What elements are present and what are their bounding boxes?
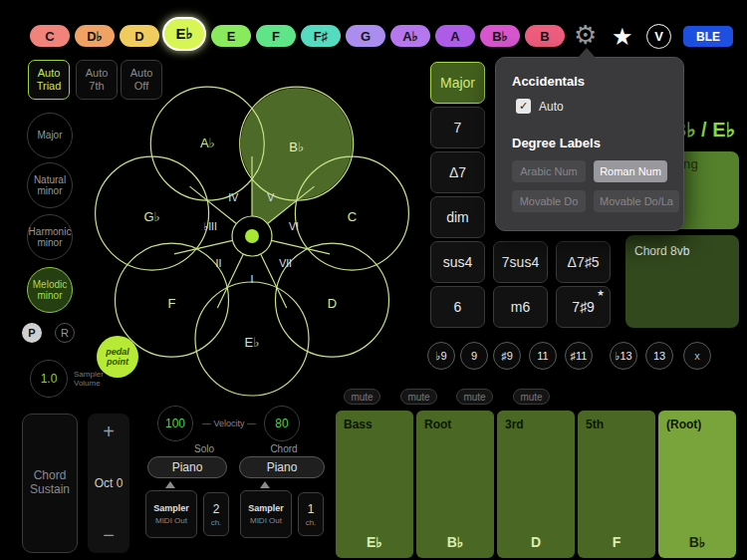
solo-instrument-button[interactable]: Piano <box>147 456 227 478</box>
key-pill-c[interactable]: C <box>30 25 70 47</box>
chord-flower[interactable]: E♭ F G♭ A♭ B♭ C D I II ♭III IV V VI VII <box>90 75 423 409</box>
petal-note-eb: E♭ <box>245 335 260 350</box>
solo-section-label: Solo <box>174 443 234 454</box>
key-pill-d[interactable]: D <box>120 25 159 47</box>
favorite-star-icon: ★ <box>597 288 605 298</box>
solo-midi-line1: Sampler <box>153 503 189 513</box>
octave-stepper[interactable]: + Oct 0 − <box>88 414 129 553</box>
star-icon[interactable]: ★ <box>612 23 633 51</box>
gear-icon[interactable]: ⚙ <box>574 20 597 51</box>
chord-8vb-pad[interactable]: Chord 8vb <box>625 235 739 328</box>
key-pill-fs[interactable]: F♯ <box>301 25 341 47</box>
chord-midi-up-arrow-icon[interactable] <box>260 481 270 488</box>
degree-v: V <box>267 191 274 203</box>
chord-instrument-button[interactable]: Piano <box>239 456 325 478</box>
mute-button-2[interactable]: mute <box>400 389 437 405</box>
tension-clear-button[interactable]: x <box>683 342 711 370</box>
pad-5th[interactable]: 5th F <box>578 411 655 558</box>
petal-note-bb: B♭ <box>289 140 304 154</box>
auto-triad-button[interactable]: Auto Triad <box>28 60 70 100</box>
degree-biii: ♭III <box>203 220 217 232</box>
petal-note-d: D <box>328 296 337 311</box>
chord-type-6[interactable]: 6 <box>430 286 485 328</box>
scale-natural-minor-button[interactable]: Natural minor <box>27 162 73 208</box>
pad-role-label: 5th <box>586 418 604 431</box>
pad-root-high[interactable]: (Root) B♭ <box>658 411 736 558</box>
chord-velocity-knob[interactable]: 80 <box>264 406 300 441</box>
voicing-button[interactable]: V <box>646 24 671 49</box>
tension-b9[interactable]: ♭9 <box>427 342 455 370</box>
degree-option-movable-dola[interactable]: Movable Do/La <box>594 190 679 212</box>
pad-3rd[interactable]: 3rd D <box>497 411 575 558</box>
chord-midi-channel-stepper[interactable]: 1 ch. <box>298 492 324 536</box>
chord-type-7s9-label: 7♯9 <box>572 299 595 315</box>
solo-midi-out-button[interactable]: Sampler MIDI Out <box>145 490 197 538</box>
key-pill-ab[interactable]: A♭ <box>390 25 430 47</box>
octave-minus-button[interactable]: − <box>103 525 115 545</box>
tension-b13[interactable]: ♭13 <box>610 342 637 370</box>
key-pill-eb[interactable]: E♭ <box>162 17 206 51</box>
key-pill-b[interactable]: B <box>525 25 565 47</box>
tension-s9[interactable]: ♯9 <box>493 342 521 370</box>
solo-midi-channel-value: 2 <box>213 502 220 516</box>
pad-note-label: F <box>578 534 655 550</box>
chord-type-7sus4[interactable]: 7sus4 <box>493 241 548 283</box>
chord-midi-line1: Sampler <box>248 503 284 513</box>
key-pill-f[interactable]: F <box>256 25 296 47</box>
pad-role-label: (Root) <box>666 418 701 431</box>
tension-s11[interactable]: ♯11 <box>565 342 593 370</box>
chord-type-major[interactable]: Major <box>430 62 485 104</box>
chord-type-maj7[interactable]: Δ7 <box>430 151 485 193</box>
popup-arrow <box>578 48 596 58</box>
accidentals-title: Accidentals <box>512 74 585 89</box>
p-button[interactable]: P <box>22 323 42 343</box>
key-pill-e[interactable]: E <box>211 25 251 47</box>
scale-melodic-minor-button[interactable]: Melodic minor <box>27 267 73 313</box>
solo-velocity-knob[interactable]: 100 <box>157 406 193 441</box>
r-button[interactable]: R <box>55 323 75 343</box>
scale-major-button[interactable]: Major <box>27 113 73 158</box>
pad-note-label: B♭ <box>658 534 736 550</box>
chord-type-7s9[interactable]: 7♯9 ★ <box>556 286 611 328</box>
ble-button[interactable]: BLE <box>683 26 733 47</box>
key-pill-db[interactable]: D♭ <box>75 25 115 47</box>
degree-i: I <box>251 273 254 285</box>
degree-option-arabic[interactable]: Arabic Num <box>512 160 586 182</box>
auto-accidentals-checkbox[interactable]: ✓ <box>516 99 531 114</box>
chord-type-sus4[interactable]: sus4 <box>430 241 485 283</box>
solo-midi-up-arrow-icon[interactable] <box>165 481 175 488</box>
key-pill-g[interactable]: G <box>346 25 385 47</box>
tension-13[interactable]: 13 <box>645 342 673 370</box>
settings-popup: Accidentals ✓ Auto Degree Labels Arabic … <box>495 57 684 231</box>
mute-button-3[interactable]: mute <box>456 389 493 405</box>
degree-iv: IV <box>228 191 238 203</box>
key-pill-bb[interactable]: B♭ <box>480 25 520 47</box>
pad-bass[interactable]: Bass E♭ <box>336 411 413 558</box>
chord-type-maj7s5[interactable]: Δ7♯5 <box>556 241 611 283</box>
key-pill-a[interactable]: A <box>435 25 475 47</box>
octave-plus-button[interactable]: + <box>103 421 115 441</box>
solo-midi-channel-stepper[interactable]: 2 ch. <box>203 492 229 536</box>
pad-root[interactable]: Root B♭ <box>416 411 494 558</box>
petal-note-f: F <box>168 296 176 311</box>
chord-type-m6[interactable]: m6 <box>493 286 548 328</box>
velocity-label: — Velocity — <box>195 419 263 428</box>
petal-note-ab: A♭ <box>200 136 215 150</box>
tension-9[interactable]: 9 <box>460 342 488 370</box>
pad-note-label: B♭ <box>416 534 494 550</box>
chord-midi-line2: MIDI Out <box>250 516 282 525</box>
chord-sustain-button[interactable]: Chord Sustain <box>22 414 78 553</box>
sampler-volume-knob[interactable]: 1.0 <box>30 360 68 398</box>
chord-type-7[interactable]: 7 <box>430 107 485 148</box>
scale-harmonic-minor-button[interactable]: Harmonic minor <box>27 214 73 260</box>
chord-type-dim[interactable]: dim <box>430 196 485 238</box>
degree-vi: VI <box>289 220 299 232</box>
degree-option-movable-do[interactable]: Movable Do <box>512 190 586 212</box>
degree-option-roman[interactable]: Roman Num <box>594 160 667 182</box>
mute-button-1[interactable]: mute <box>344 389 380 405</box>
chord-midi-channel-value: 1 <box>308 502 315 516</box>
tension-11[interactable]: 11 <box>529 342 557 370</box>
app-root: C D♭ D E♭ E F F♯ G A♭ A B♭ B ⚙ ★ V BLE A… <box>0 0 747 560</box>
mute-button-4[interactable]: mute <box>513 389 550 405</box>
chord-midi-out-button[interactable]: Sampler MIDI Out <box>240 490 292 538</box>
